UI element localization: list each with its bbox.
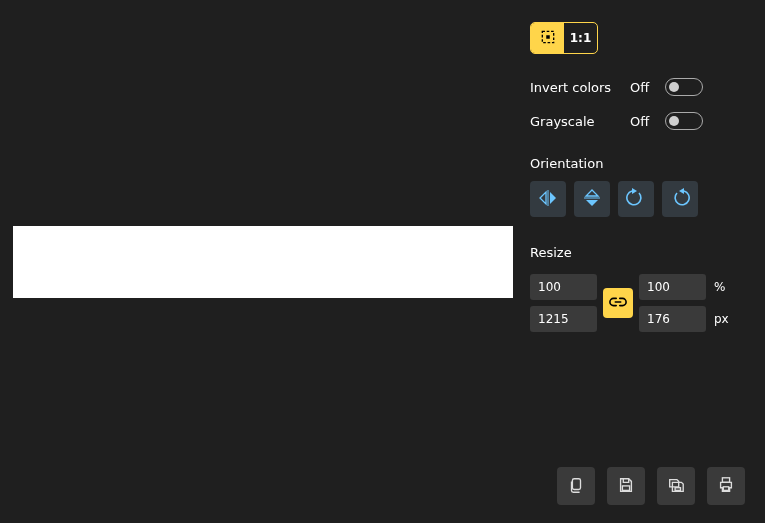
svg-rect-4 [675, 487, 680, 490]
width-pixel-input[interactable] [530, 306, 597, 332]
rotate-right-button[interactable] [662, 181, 698, 217]
save-as-button[interactable] [657, 467, 695, 505]
flip-vertical-icon [582, 188, 602, 211]
action-bar [557, 467, 745, 505]
pixel-unit-label: px [712, 312, 736, 326]
fit-to-window-button[interactable] [531, 23, 564, 53]
grayscale-toggle[interactable] [665, 112, 703, 130]
resize-section: Resize % px [530, 245, 743, 332]
fit-icon [541, 30, 555, 47]
height-percent-input[interactable] [639, 274, 706, 300]
flip-horizontal-button[interactable] [530, 181, 566, 217]
invert-colors-row: Invert colors Off [530, 70, 743, 104]
svg-rect-6 [723, 486, 728, 490]
orientation-buttons [530, 181, 743, 217]
width-percent-input[interactable] [530, 274, 597, 300]
copy-button[interactable] [557, 467, 595, 505]
svg-rect-1 [546, 35, 550, 39]
copy-icon [567, 476, 585, 497]
save-button[interactable] [607, 467, 645, 505]
invert-colors-state: Off [630, 80, 665, 95]
invert-colors-toggle[interactable] [665, 78, 703, 96]
invert-colors-label: Invert colors [530, 80, 630, 95]
orientation-heading: Orientation [530, 156, 743, 171]
print-icon [717, 476, 735, 497]
rotate-left-icon [626, 188, 646, 211]
save-icon [617, 476, 635, 497]
percent-unit-label: % [712, 280, 736, 294]
actual-size-button[interactable]: 1:1 [564, 23, 597, 53]
ratio-label: 1:1 [570, 31, 592, 45]
save-as-icon [667, 476, 685, 497]
height-pixel-input[interactable] [639, 306, 706, 332]
svg-rect-3 [622, 485, 629, 490]
grayscale-state: Off [630, 114, 665, 129]
resize-heading: Resize [530, 245, 743, 260]
link-icon [609, 293, 627, 314]
canvas-area [0, 0, 513, 523]
rotate-left-button[interactable] [618, 181, 654, 217]
svg-rect-2 [572, 478, 580, 489]
print-button[interactable] [707, 467, 745, 505]
flip-vertical-button[interactable] [574, 181, 610, 217]
grayscale-label: Grayscale [530, 114, 630, 129]
rotate-right-icon [670, 188, 690, 211]
preview-canvas[interactable] [13, 226, 513, 298]
tools-panel: 1:1 Invert colors Off Grayscale Off Orie… [520, 0, 765, 523]
zoom-mode-segmented[interactable]: 1:1 [530, 22, 598, 54]
flip-horizontal-icon [538, 188, 558, 211]
grayscale-row: Grayscale Off [530, 104, 743, 138]
link-aspect-button[interactable] [603, 288, 633, 318]
